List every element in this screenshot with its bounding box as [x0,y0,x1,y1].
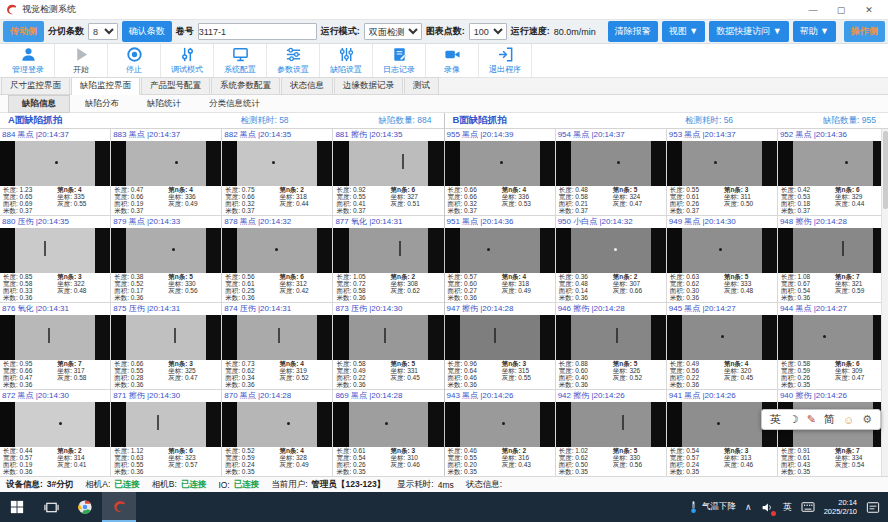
defect-cell[interactable]: 951 黑点 |20:14:36 长度: 0.57 宽度: 0.60 面积: 0… [445,216,555,302]
defect-cell[interactable]: 944 黑点 |20:14:27 长度: 0.58 宽度: 0.59 面积: 0… [778,303,888,389]
defect-cell[interactable]: 878 黑点 |20:14:32 长度: 0.56 宽度: 0.61 面积: 0… [222,216,332,302]
defect-cell[interactable]: 870 黑点 |20:14:28 长度: 0.52 宽度: 0.59 面积: 0… [222,390,332,476]
defect-cell[interactable]: 950 小白点 |20:14:32 长度: 0.36 宽度: 0.48 面积: … [556,216,666,302]
defect-meters: 米数: 0.36 [114,295,168,302]
main-tab-3[interactable]: 系统参数配置 [211,77,280,94]
defect-cell[interactable]: 879 黑点 |20:14:33 长度: 0.38 宽度: 0.52 面积: 0… [111,216,221,302]
defect-cell[interactable]: 943 黑点 |20:14:26 长度: 0.46 宽度: 0.55 面积: 0… [445,390,555,476]
clear-alarm-button[interactable]: 清除报警 [608,21,658,42]
tool-button[interactable]: 调试模式 [161,44,214,77]
tool-button[interactable]: 停止 [108,44,161,77]
browser-app-button[interactable] [68,492,102,522]
defect-cell[interactable]: 874 压伤 |20:14:31 长度: 0.73 宽度: 0.62 面积: 0… [222,303,332,389]
maximize-button[interactable]: ▢ [827,1,855,19]
sub-tab-1[interactable]: 缺陷分布 [72,96,132,112]
roll-number-input[interactable] [198,23,317,40]
main-tab-4[interactable]: 状态信息 [281,77,333,94]
weather-text: 气温下降 [702,501,736,513]
defect-cell[interactable]: 941 黑点 |20:14:26 长度: 0.54 宽度: 0.57 面积: 0… [667,390,777,476]
emoji-icon[interactable]: ☺ [843,414,854,426]
defect-meters: 米数: 0.35 [336,469,390,476]
main-tab-6[interactable]: 测试 [404,77,439,94]
defect-cell[interactable]: 946 擦伤 |20:14:28 长度: 0.88 宽度: 0.60 面积: 0… [556,303,666,389]
help-menu-button[interactable]: 帮助 ▼ [793,21,836,42]
defect-mark [487,248,490,251]
defect-cell[interactable]: 942 擦伤 |20:14:26 长度: 1.02 宽度: 0.62 面积: 0… [556,390,666,476]
tool-button[interactable]: 参数设置 [267,44,320,77]
minimize-button[interactable]: — [799,1,827,19]
tool-button[interactable]: 录像 [426,44,479,77]
tool-button-label: 停止 [126,64,142,75]
handwriting-icon[interactable]: ✎ [807,413,816,426]
defect-cell[interactable]: 954 黑点 |20:14:37 长度: 0.48 宽度: 0.58 面积: 0… [556,129,666,215]
defect-cell[interactable]: 945 黑点 |20:14:27 长度: 0.49 宽度: 0.56 面积: 0… [667,303,777,389]
defect-cell[interactable]: 876 氧化 |20:14:31 长度: 0.95 宽度: 0.66 面积: 0… [0,303,110,389]
tray-expand-icon[interactable]: ∧ [745,502,752,512]
chart-points-select[interactable]: 100 [469,23,507,40]
operator-side-chip[interactable]: 操作侧 [844,21,885,42]
sub-tab-2[interactable]: 缺陷统计 [134,96,194,112]
defect-cell[interactable]: 953 黑点 |20:14:37 长度: 0.55 宽度: 0.61 面积: 0… [667,129,777,215]
defect-cell[interactable]: 880 压伤 |20:14:35 长度: 0.85 宽度: 0.58 面积: 0… [0,216,110,302]
defect-cell-header: 882 黑点 |20:14:35 [222,129,332,141]
defect-cell[interactable]: 882 黑点 |20:14:35 长度: 0.75 宽度: 0.66 面积: 0… [222,129,332,215]
sub-tab-0[interactable]: 缺陷信息 [8,95,70,113]
moon-icon[interactable]: ☽ [789,413,799,426]
defect-cell[interactable]: 949 黑点 |20:14:30 长度: 0.63 宽度: 0.62 面积: 0… [667,216,777,302]
defect-cell[interactable]: 884 黑点 |20:14:37 长度: 1.23 宽度: 0.65 面积: 0… [0,129,110,215]
data-quick-access-button[interactable]: 数据快捷访问 ▼ [709,21,788,42]
notification-dot [771,511,776,516]
drive-side-chip[interactable]: 传动侧 [3,21,44,42]
view-menu-button[interactable]: 视图 ▼ [662,21,705,42]
defect-cell[interactable]: 872 黑点 |20:14:30 长度: 0.44 宽度: 0.57 面积: 0… [0,390,110,476]
ime-simplified-mode[interactable]: 简 [824,412,835,427]
defect-cell[interactable]: 940 擦伤 |20:14:26 长度: 0.91 宽度: 0.61 面积: 0… [778,390,888,476]
ime-english-mode[interactable]: 英 [770,412,781,427]
defect-cell[interactable]: 873 压伤 |20:14:30 长度: 0.58 宽度: 0.49 面积: 0… [333,303,443,389]
taskbar-clock[interactable]: 20:14 2025/2/10 [824,498,857,517]
defect-info: 长度: 1.23 宽度: 0.65 面积: 0.69 米数: 0.37 第n条:… [0,186,110,215]
main-tab-1[interactable]: 缺陷监控界面 [71,77,140,95]
task-view-button[interactable] [34,492,68,522]
scrollbar-thumb[interactable] [883,131,888,209]
sub-tab-3[interactable]: 分类信息统计 [196,96,273,112]
defect-cell[interactable]: 955 黑点 |20:14:39 长度: 0.66 宽度: 0.66 面积: 0… [445,129,555,215]
defect-image [222,402,332,447]
defect-cell[interactable]: 875 压伤 |20:14:31 长度: 0.66 宽度: 0.55 面积: 0… [111,303,221,389]
run-mode-select[interactable]: 双面检测 [364,23,422,40]
language-indicator[interactable]: 英 [783,501,792,514]
vision-app-button[interactable] [102,492,136,522]
main-tab-2[interactable]: 产品型号配置 [141,77,210,94]
confirm-count-button[interactable]: 确认条数 [122,21,172,42]
defect-info: 长度: 0.49 宽度: 0.56 面积: 0.22 米数: 0.36 第n条:… [667,360,777,389]
tool-button[interactable]: 系统配置 [214,44,267,77]
keyboard-icon[interactable] [801,501,815,513]
vertical-scrollbar[interactable] [881,129,888,476]
main-tab-0[interactable]: 尺寸监控界面 [1,77,70,94]
defect-cell[interactable]: 869 黑点 |20:14:28 长度: 0.61 宽度: 0.54 面积: 0… [333,390,443,476]
tool-button[interactable]: 管理登录 [2,44,55,77]
defect-cell[interactable]: 881 擦伤 |20:14:35 长度: 0.92 宽度: 0.55 面积: 0… [333,129,443,215]
ime-toolbar[interactable]: 英 ☽ ✎ 简 ☺ ⚙ [761,409,881,430]
main-tab-5[interactable]: 边缘数据记录 [334,77,403,94]
start-button[interactable] [0,492,34,522]
slit-count-select[interactable]: 8 [88,23,118,40]
tool-button[interactable]: 开始 [55,44,108,77]
ime-settings-icon[interactable]: ⚙ [862,413,872,426]
defect-cell[interactable]: 877 氧化 |20:14:31 长度: 1.05 宽度: 0.72 面积: 0… [333,216,443,302]
action-center-icon[interactable] [866,501,880,514]
defect-cell[interactable]: 883 黑点 |20:14:37 长度: 0.47 宽度: 0.66 面积: 0… [111,129,221,215]
close-button[interactable]: ✕ [855,1,883,19]
defect-info: 长度: 0.85 宽度: 0.58 面积: 0.33 米数: 0.36 第n条:… [0,273,110,302]
defect-info: 长度: 0.92 宽度: 0.55 面积: 0.41 米数: 0.37 第n条:… [333,186,443,215]
tool-button[interactable]: 日志记录 [373,44,426,77]
tool-button[interactable]: 退出程序 [479,44,532,77]
defect-image [778,315,888,360]
volume-icon[interactable] [761,501,774,514]
defect-cell[interactable]: 952 黑点 |20:14:36 长度: 0.42 宽度: 0.53 面积: 0… [778,129,888,215]
weather-widget[interactable]: 气温下降 [688,500,736,514]
defect-cell[interactable]: 947 擦伤 |20:14:28 长度: 0.96 宽度: 0.64 面积: 0… [445,303,555,389]
defect-cell[interactable]: 948 擦伤 |20:14:28 长度: 1.08 宽度: 0.67 面积: 0… [778,216,888,302]
tool-button[interactable]: 缺陷设置 [320,44,373,77]
defect-cell[interactable]: 871 擦伤 |20:14:30 长度: 1.12 宽度: 0.63 面积: 0… [111,390,221,476]
